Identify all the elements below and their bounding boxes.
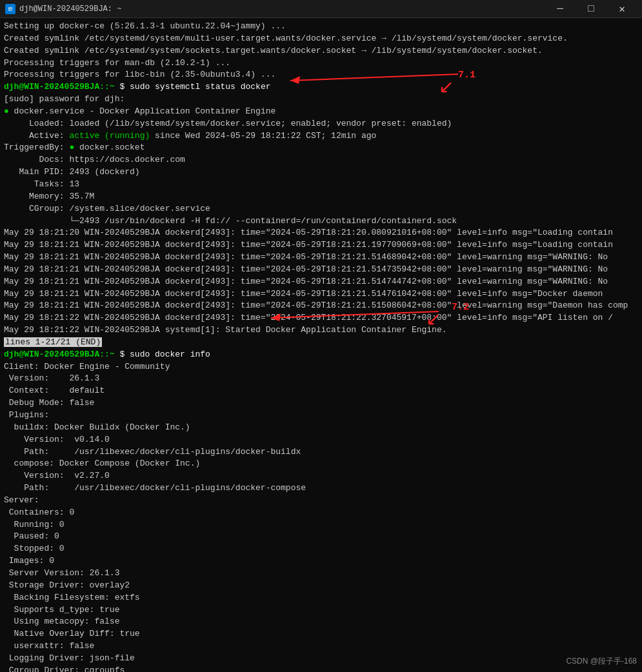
terminal-line: djh@WIN-20240529BJA::~ $ sudo docker inf…: [4, 349, 638, 361]
terminal-line: Debug Mode: false: [4, 397, 638, 410]
title-bar: ⊞ djh@WIN-20240529BJA: ~ ─ □ ✕: [0, 0, 642, 18]
terminal-line: Active: active (running) since Wed 2024-…: [4, 130, 638, 143]
terminal-line: May 29 18:21:21 WIN-20240529BJA dockerd[…: [4, 264, 638, 276]
triggered-dot: ●: [69, 143, 74, 152]
terminal-line: Logging Driver: json-file: [4, 653, 638, 665]
terminal-line: Processing triggers for libc-bin (2.35-0…: [4, 69, 638, 81]
minimize-button[interactable]: ─: [545, 0, 575, 18]
prompt-text: djh@WIN-20240529BJA::~: [4, 350, 115, 359]
terminal-line: May 29 18:21:21 WIN-20240529BJA dockerd[…: [4, 276, 638, 288]
terminal-line: [sudo] password for djh:: [4, 94, 638, 106]
terminal-line: lines 1-21/21 (END): [4, 337, 638, 349]
terminal-line: Plugins:: [4, 410, 638, 422]
terminal-line: May 29 18:21:21 WIN-20240529BJA dockerd[…: [4, 300, 638, 312]
terminal-line: Images: 0: [4, 555, 638, 568]
command-text: $ sudo docker info: [119, 350, 210, 359]
title-bar-title: ⊞ djh@WIN-20240529BJA: ~: [5, 4, 121, 14]
terminal-line: May 29 18:21:21 WIN-20240529BJA dockerd[…: [4, 252, 638, 264]
close-button[interactable]: ✕: [607, 0, 637, 18]
terminal-content: Setting up docker-ce (5:26.1.3-1 ubuntu.…: [0, 18, 642, 672]
terminal-line: userxattr: false: [4, 640, 638, 653]
terminal-line: Containers: 0: [4, 507, 638, 519]
watermark: CSDN @段子手-168: [566, 656, 637, 667]
terminal-line: Context: default: [4, 385, 638, 397]
status-dot: ●: [4, 106, 9, 116]
title-bar-controls: ─ □ ✕: [545, 0, 637, 18]
terminal-line: Path: /usr/libexec/docker/cli-plugins/do…: [4, 446, 638, 459]
terminal-line: Client: Docker Engine - Community: [4, 361, 638, 373]
terminal-line: May 29 18:21:22 WIN-20240529BJA dockerd[…: [4, 312, 638, 324]
terminal-line: buildx: Docker Buildx (Docker Inc.): [4, 422, 638, 434]
terminal-line: Created symlink /etc/systemd/system/sock…: [4, 45, 638, 57]
terminal-line: Storage Driver: overlay2: [4, 580, 638, 592]
terminal-line: Paused: 0: [4, 531, 638, 543]
terminal-line: Loaded: loaded (/lib/systemd/system/dock…: [4, 118, 638, 130]
lines-marker: lines 1-21/21 (END): [4, 337, 102, 347]
terminal-line: Supports d_type: true: [4, 604, 638, 617]
terminal-line: Server Version: 26.1.3: [4, 568, 638, 580]
terminal-line: Docs: https://docs.docker.com: [4, 154, 638, 166]
terminal-line: Memory: 35.7M: [4, 191, 638, 203]
command-text: $ sudo systemctl status docker: [119, 82, 270, 92]
terminal-line: └─2493 /usr/bin/dockerd -H fd:// --conta…: [4, 215, 638, 228]
terminal-line: Backing Filesystem: extfs: [4, 592, 638, 604]
terminal-line: Stopped: 0: [4, 543, 638, 555]
terminal-line: Processing triggers for man-db (2.10.2-1…: [4, 57, 638, 70]
prompt-text: djh@WIN-20240529BJA::~: [4, 82, 115, 92]
terminal-line: ● docker.service - Docker Application Co…: [4, 106, 638, 118]
terminal-line: TriggeredBy: ● docker.socket: [4, 142, 638, 154]
terminal-line: May 29 18:21:21 WIN-20240529BJA dockerd[…: [4, 239, 638, 252]
terminal-line: Tasks: 13: [4, 179, 638, 191]
terminal-line: Created symlink /etc/systemd/system/mult…: [4, 33, 638, 45]
terminal-line: Version: 26.1.3: [4, 373, 638, 385]
terminal-line: Server:: [4, 495, 638, 507]
terminal-line: May 29 18:21:20 WIN-20240529BJA dockerd[…: [4, 227, 638, 239]
maximize-button[interactable]: □: [576, 0, 606, 18]
terminal-line: Native Overlay Diff: true: [4, 628, 638, 640]
terminal-line: compose: Docker Compose (Docker Inc.): [4, 458, 638, 470]
terminal-line: Version: v2.27.0: [4, 470, 638, 482]
terminal-line: Running: 0: [4, 519, 638, 531]
terminal-line: CGroup: /system.slice/docker.service: [4, 203, 638, 215]
terminal-line: Version: v0.14.0: [4, 434, 638, 446]
window-title: djh@WIN-20240529BJA: ~: [19, 5, 121, 14]
terminal-line: Path: /usr/libexec/docker/cli-plugins/do…: [4, 482, 638, 495]
terminal-line: Cgroup Driver: cgroupfs: [4, 665, 638, 672]
terminal-line: Using metacopy: false: [4, 616, 638, 628]
terminal-line: Main PID: 2493 (dockerd): [4, 166, 638, 179]
terminal-line: Setting up docker-ce (5:26.1.3-1 ubuntu.…: [4, 21, 638, 33]
terminal-line: May 29 18:21:21 WIN-20240529BJA dockerd[…: [4, 288, 638, 301]
terminal-line: May 29 18:21:22 WIN-20240529BJA systemd[…: [4, 324, 638, 337]
active-status: active (running): [69, 131, 150, 141]
terminal-line: djh@WIN-20240529BJA::~ $ sudo systemctl …: [4, 81, 638, 94]
terminal-icon: ⊞: [5, 4, 15, 14]
